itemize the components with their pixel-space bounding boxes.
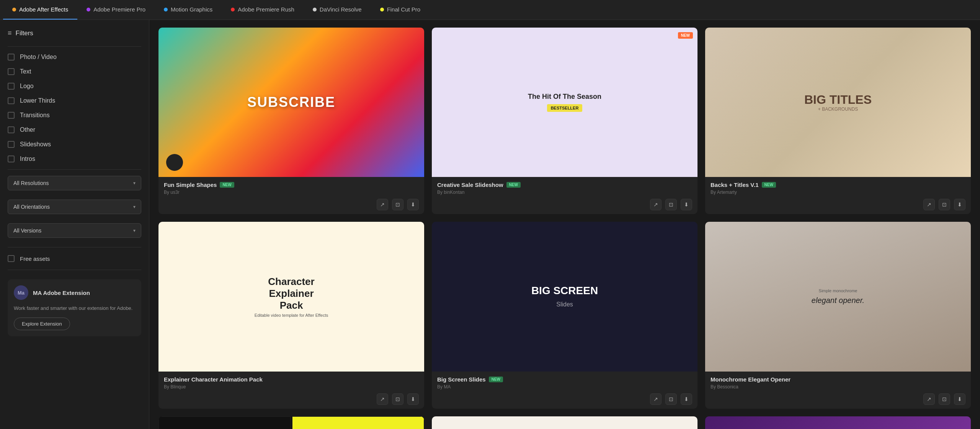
checkbox-intros[interactable] bbox=[8, 156, 15, 162]
share-icon-backs-titles[interactable]: ↗ bbox=[923, 199, 935, 210]
new-badge-backs-titles: NEW bbox=[762, 182, 776, 188]
card-floral-numbers[interactable]: 14 Floral Number Reveals By Creator ↗ ⊡ … bbox=[432, 416, 697, 429]
card-explainer-character[interactable]: CharacterExplainerPack Editable video te… bbox=[158, 222, 424, 408]
main-layout: ≡ Filters Photo / Video Text Logo Lower … bbox=[0, 20, 980, 429]
card-info-fun-simple-shapes: Fun Simple Shapes NEW By us3r bbox=[158, 177, 424, 199]
checkbox-lower-thirds[interactable] bbox=[8, 97, 15, 104]
explore-extension-button[interactable]: Explore Extension bbox=[14, 318, 70, 330]
filters-icon: ≡ bbox=[8, 29, 12, 37]
nav-tab-after-effects[interactable]: Adobe After Effects bbox=[3, 0, 77, 20]
new-badge-fun-simple-shapes: NEW bbox=[220, 182, 234, 188]
card-fun-simple-shapes[interactable]: SUBSCRIBE Fun Simple Shapes NEW By us3r … bbox=[158, 28, 424, 214]
tab-label-davinci: DaVinci Resolve bbox=[320, 6, 362, 13]
filter-item-text[interactable]: Text bbox=[0, 64, 149, 79]
ma-extension-description: Work faster and smarter with our extensi… bbox=[14, 305, 135, 312]
nav-tab-premiere-pro[interactable]: Adobe Premiere Pro bbox=[77, 0, 155, 20]
filter-item-transitions[interactable]: Transitions bbox=[0, 108, 149, 123]
download-icon-fun-simple-shapes[interactable]: ⬇ bbox=[407, 199, 419, 210]
share-icon-monochrome-elegant-opener[interactable]: ↗ bbox=[923, 393, 935, 405]
thumb-text: BIG TITLES bbox=[804, 93, 872, 106]
share-icon-big-screen-slides[interactable]: ↗ bbox=[650, 393, 662, 405]
card-thumbnail-fun-simple-shapes: SUBSCRIBE bbox=[158, 28, 424, 177]
card-actions-big-screen-slides: ↗ ⊡ ⬇ bbox=[432, 393, 697, 409]
card-monochrome-elegant-opener[interactable]: Simple monochrome elegant opener. Monoch… bbox=[705, 222, 971, 408]
card-thumbnail-big-screen-slides: BIG SCREENSlides bbox=[432, 222, 697, 371]
share-icon-creative-sale-slideshow[interactable]: ↗ bbox=[650, 199, 662, 210]
dropdown-label-resolutions: All Resolutions bbox=[13, 180, 49, 186]
card-title-row-explainer-character: Explainer Character Animation Pack bbox=[164, 376, 419, 383]
filter-item-photo-video[interactable]: Photo / Video bbox=[0, 50, 149, 64]
dropdown-resolutions[interactable]: All Resolutions ▾ bbox=[8, 176, 141, 190]
download-icon-monochrome-elegant-opener[interactable]: ⬇ bbox=[954, 393, 965, 405]
share-icon-explainer-character[interactable]: ↗ bbox=[377, 393, 388, 405]
divider-4 bbox=[8, 270, 141, 270]
filter-item-lower-thirds[interactable]: Lower Thirds bbox=[0, 93, 149, 108]
card-title-row-fun-simple-shapes: Fun Simple Shapes NEW bbox=[164, 182, 419, 188]
free-assets-checkbox[interactable] bbox=[8, 255, 15, 262]
card-thumbnail-monochrome-elegant-opener: Simple monochrome elegant opener. bbox=[705, 222, 971, 371]
card-backs-titles[interactable]: BIG TITLES + BACKGROUNDS Backs + Titles … bbox=[705, 28, 971, 214]
nav-tab-final-cut[interactable]: Final Cut Pro bbox=[371, 0, 430, 20]
typo-cell-2: #DESIGN#MOTION#STORIES bbox=[292, 416, 425, 429]
download-icon-explainer-character[interactable]: ⬇ bbox=[407, 393, 419, 405]
bookmark-icon-creative-sale-slideshow[interactable]: ⊡ bbox=[665, 199, 677, 210]
card-title-fun-simple-shapes: Fun Simple Shapes bbox=[164, 182, 217, 188]
thumb-text: The Hit Of The Season bbox=[528, 93, 601, 101]
card-author-monochrome-elegant-opener: By Bessonica bbox=[710, 384, 965, 390]
card-actions-backs-titles: ↗ ⊡ ⬇ bbox=[705, 199, 971, 214]
thumb-sub: Simple monochrome bbox=[819, 288, 858, 293]
card-author-explainer-character: By Blinque bbox=[164, 384, 419, 390]
card-author-creative-sale-slideshow: By binKontan bbox=[437, 190, 692, 195]
checkbox-photo-video[interactable] bbox=[8, 54, 15, 61]
checkbox-logo[interactable] bbox=[8, 83, 15, 90]
nav-tab-motion-graphics[interactable]: Motion Graphics bbox=[155, 0, 222, 20]
nav-tab-premiere-rush[interactable]: Adobe Premiere Rush bbox=[222, 0, 304, 20]
filter-categories: Photo / Video Text Logo Lower Thirds Tra… bbox=[0, 50, 149, 166]
card-creative-sale-slideshow[interactable]: The Hit Of The Season BESTSELLER NEW Cre… bbox=[432, 28, 697, 214]
download-icon-backs-titles[interactable]: ⬇ bbox=[954, 199, 965, 210]
share-icon-fun-simple-shapes[interactable]: ↗ bbox=[377, 199, 388, 210]
card-title-row-backs-titles: Backs + Titles V.1 NEW bbox=[710, 182, 965, 188]
tab-dot-final-cut bbox=[380, 8, 384, 11]
tab-dot-motion-graphics bbox=[164, 8, 168, 11]
card-your-design[interactable]: Your Design Present your work beautifull… bbox=[705, 416, 971, 429]
card-thumbnail-universal-typography: #DESIGN#MOTION#STORIES #DESIGN#MOTION#ST… bbox=[158, 416, 424, 429]
dropdown-orientations[interactable]: All Orientations ▾ bbox=[8, 200, 141, 214]
tab-label-motion-graphics: Motion Graphics bbox=[171, 6, 212, 13]
filter-item-intros[interactable]: Intros bbox=[0, 152, 149, 166]
checkbox-other[interactable] bbox=[8, 126, 15, 133]
card-author-big-screen-slides: By MA bbox=[437, 384, 692, 390]
checkbox-transitions[interactable] bbox=[8, 112, 15, 119]
filter-label-intros: Intros bbox=[20, 156, 35, 162]
card-title-explainer-character: Explainer Character Animation Pack bbox=[164, 376, 263, 383]
download-icon-creative-sale-slideshow[interactable]: ⬇ bbox=[681, 199, 692, 210]
download-icon-big-screen-slides[interactable]: ⬇ bbox=[681, 393, 692, 405]
filter-item-logo[interactable]: Logo bbox=[0, 79, 149, 93]
thumb-sub: + BACKGROUNDS bbox=[818, 106, 858, 112]
sidebar: ≡ Filters Photo / Video Text Logo Lower … bbox=[0, 20, 149, 429]
new-badge-creative-sale-slideshow: NEW bbox=[506, 182, 521, 188]
bookmark-icon-explainer-character[interactable]: ⊡ bbox=[392, 393, 403, 405]
bookmark-icon-backs-titles[interactable]: ⊡ bbox=[939, 199, 950, 210]
checkbox-slideshows[interactable] bbox=[8, 141, 15, 148]
filter-item-slideshows[interactable]: Slideshows bbox=[0, 137, 149, 152]
nav-tab-davinci[interactable]: DaVinci Resolve bbox=[304, 0, 371, 20]
dropdown-versions[interactable]: All Versions ▾ bbox=[8, 223, 141, 238]
cards-grid: SUBSCRIBE Fun Simple Shapes NEW By us3r … bbox=[158, 28, 971, 429]
card-title-big-screen-slides: Big Screen Slides bbox=[437, 376, 486, 383]
top-navigation: Adobe After Effects Adobe Premiere Pro M… bbox=[0, 0, 980, 20]
filter-label-other: Other bbox=[20, 126, 35, 133]
divider-3 bbox=[8, 247, 141, 247]
checkbox-text[interactable] bbox=[8, 68, 15, 75]
bookmark-icon-monochrome-elegant-opener[interactable]: ⊡ bbox=[939, 393, 950, 405]
card-big-screen-slides[interactable]: BIG SCREENSlides Big Screen Slides NEW B… bbox=[432, 222, 697, 408]
card-universal-typography[interactable]: #DESIGN#MOTION#STORIES #DESIGN#MOTION#ST… bbox=[158, 416, 424, 429]
free-assets-row[interactable]: Free assets bbox=[0, 251, 149, 267]
bookmark-icon-big-screen-slides[interactable]: ⊡ bbox=[665, 393, 677, 405]
divider-1 bbox=[8, 46, 141, 47]
filter-item-other[interactable]: Other bbox=[0, 123, 149, 137]
dropdown-label-orientations: All Orientations bbox=[13, 204, 50, 210]
bookmark-icon-fun-simple-shapes[interactable]: ⊡ bbox=[392, 199, 403, 210]
card-actions-explainer-character: ↗ ⊡ ⬇ bbox=[158, 393, 424, 409]
card-thumbnail-backs-titles: BIG TITLES + BACKGROUNDS bbox=[705, 28, 971, 177]
